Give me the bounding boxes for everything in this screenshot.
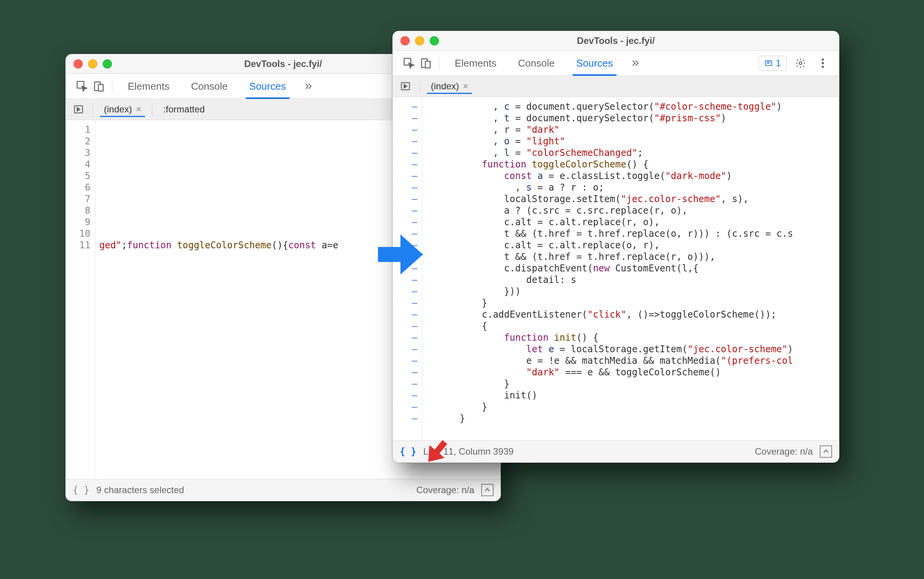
coverage-label: Coverage: n/a [755,446,813,457]
tabstrip-right-cluster: 1 [759,55,831,72]
line-gutter: –––––––––––––––––––––––––––– [393,97,422,440]
file-tab-label: :formatted [163,104,205,115]
status-right: Coverage: n/a [755,445,832,458]
file-tab-bar: (index) × [393,76,839,97]
code-editor[interactable]: –––––––––––––––––––––––––––– , c = docum… [393,97,839,440]
file-tab-index[interactable]: (index) × [427,79,472,94]
device-toolbar-icon[interactable] [90,78,107,95]
svg-point-11 [822,65,824,68]
toggle-navigator-icon[interactable] [71,102,86,117]
separator [420,80,420,92]
toggle-navigator-icon[interactable] [398,79,413,94]
separator [152,104,152,115]
tab-sources[interactable]: Sources [239,74,297,99]
file-tab-label: (index) [431,81,459,92]
file-tab-index[interactable]: (index) × [100,102,145,117]
tab-console[interactable]: Console [180,74,238,99]
pretty-print-button[interactable]: { } [73,485,89,495]
select-element-icon[interactable] [73,78,90,95]
pretty-print-button[interactable]: { } [400,446,416,457]
separator [93,104,93,115]
stage: { "left": { "title": "DevTools - jec.fyi… [0,0,924,579]
status-bar: { } 9 characters selected Coverage: n/a [66,479,500,501]
settings-icon[interactable] [792,55,809,72]
minimize-window-button[interactable] [88,59,97,69]
maximize-window-button[interactable] [103,59,112,69]
collapse-button[interactable] [481,484,494,496]
svg-point-10 [822,62,824,64]
file-tab-formatted[interactable]: :formatted [159,102,208,117]
status-right: Coverage: n/a [416,484,494,496]
window-traffic-lights[interactable] [400,36,439,45]
collapse-button[interactable] [820,445,832,458]
close-window-button[interactable] [73,59,83,69]
svg-point-8 [799,62,802,65]
status-selection: 9 characters selected [96,485,184,495]
svg-point-9 [822,59,824,61]
status-line-col: Line 11, Column 3939 [423,446,514,457]
separator [112,79,112,93]
tab-elements[interactable]: Elements [117,74,180,99]
issues-count: 1 [776,58,781,69]
more-tabs-button[interactable] [626,55,643,72]
device-toolbar-icon[interactable] [417,55,434,72]
tab-elements[interactable]: Elements [444,51,507,75]
minimize-window-button[interactable] [415,36,424,45]
tab-sources[interactable]: Sources [565,51,624,75]
tab-console[interactable]: Console [507,51,565,75]
close-window-button[interactable] [400,36,410,45]
window-traffic-lights[interactable] [73,59,112,69]
file-tab-label: (index) [104,104,132,115]
svg-rect-2 [98,84,103,91]
separator [439,56,439,70]
coverage-label: Coverage: n/a [416,485,474,495]
close-file-tab-icon[interactable]: × [136,104,141,115]
more-tabs-button[interactable] [299,78,316,95]
devtools-window-right: DevTools - jec.fyi/ Elements Console Sou… [392,31,839,463]
maximize-window-button[interactable] [430,36,439,45]
window-title: DevTools - jec.fyi/ [400,35,831,46]
svg-rect-6 [425,61,430,68]
line-gutter: 1234567891011 [66,120,95,479]
kebab-menu-icon[interactable] [814,55,831,72]
issues-badge[interactable]: 1 [759,56,787,70]
titlebar[interactable]: DevTools - jec.fyi/ [393,31,839,51]
close-file-tab-icon[interactable]: × [463,81,468,92]
select-element-icon[interactable] [400,55,417,72]
code-content[interactable]: , c = document.querySelector("#color-sch… [422,97,839,440]
status-bar: { } Line 11, Column 3939 Coverage: n/a [393,440,839,462]
devtools-tabstrip: Elements Console Sources 1 [393,51,839,76]
